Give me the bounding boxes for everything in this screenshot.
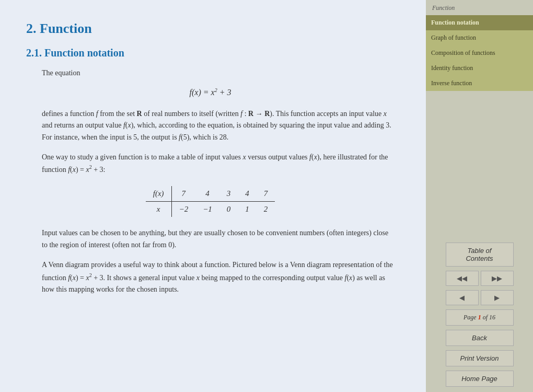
paragraph-4: A Venn diagram provides a useful way to …: [42, 259, 395, 295]
table-fx-label: f(x): [146, 186, 171, 202]
section-title: 2. Function: [26, 21, 395, 37]
nav-forward-button[interactable]: ▶: [481, 290, 514, 305]
nav-back-double-button[interactable]: ◀◀: [446, 271, 479, 286]
intro-text: The equation: [42, 67, 395, 79]
back-button[interactable]: Back: [446, 330, 514, 346]
table-x-val-5: 2: [257, 202, 275, 217]
table-fx-val-5: 7: [257, 186, 275, 202]
table-fx-val-2: 4: [195, 186, 219, 202]
table-x-val-2: −1: [195, 202, 219, 217]
table-x-label: x: [146, 202, 171, 217]
paragraph-1: defines a function f from the set R of r…: [42, 108, 395, 143]
paragraph-2: One way to study a given function is to …: [42, 152, 395, 176]
sidebar-controls: Table of Contents ◀◀ ▶▶ ◀ ▶ Page 1 of 16…: [426, 237, 533, 392]
function-table: f(x) 7 4 3 4 7 x −2 −1 0 1 2: [146, 186, 275, 217]
sidebar-item-identity[interactable]: Identity function: [426, 61, 533, 76]
sidebar-item-graph-function[interactable]: Graph of function: [426, 30, 533, 45]
subsection-title: 2.1. Function notation: [26, 47, 395, 59]
sidebar-section-label: Function: [426, 0, 533, 15]
table-header-row: f(x) 7 4 3 4 7: [146, 186, 275, 202]
table-x-val-3: 0: [219, 202, 238, 217]
nav-single-row: ◀ ▶: [446, 290, 514, 305]
table-fx-val-3: 3: [219, 186, 238, 202]
main-content: 2. Function 2.1. Function notation The e…: [0, 0, 426, 392]
table-x-row: x −2 −1 0 1 2: [146, 202, 275, 217]
page-indicator: Page 1 of 16: [446, 309, 514, 326]
home-button[interactable]: Home Page: [446, 371, 514, 387]
table-fx-val-1: 7: [171, 186, 195, 202]
nav-back-button[interactable]: ◀: [446, 290, 479, 305]
sidebar-item-composition[interactable]: Composition of functions: [426, 45, 533, 61]
total-pages: 16: [489, 314, 495, 321]
paragraph-3: Input values can be chosen to be anythin…: [42, 227, 395, 251]
sidebar-item-function-notation[interactable]: Function notation: [426, 15, 533, 30]
main-equation: f(x) = x2 + 3: [26, 87, 395, 97]
sidebar-item-inverse[interactable]: Inverse function: [426, 76, 533, 91]
nav-double-row: ◀◀ ▶▶: [446, 271, 514, 286]
print-button[interactable]: Print Version: [446, 350, 514, 366]
current-page: 1: [478, 314, 481, 321]
table-fx-val-4: 4: [238, 186, 257, 202]
table-x-val-4: 1: [238, 202, 257, 217]
toc-button[interactable]: Table of Contents: [446, 243, 514, 267]
nav-forward-double-button[interactable]: ▶▶: [481, 271, 514, 286]
table-x-val-1: −2: [171, 202, 195, 217]
sidebar: Function Function notation Graph of func…: [426, 0, 533, 392]
